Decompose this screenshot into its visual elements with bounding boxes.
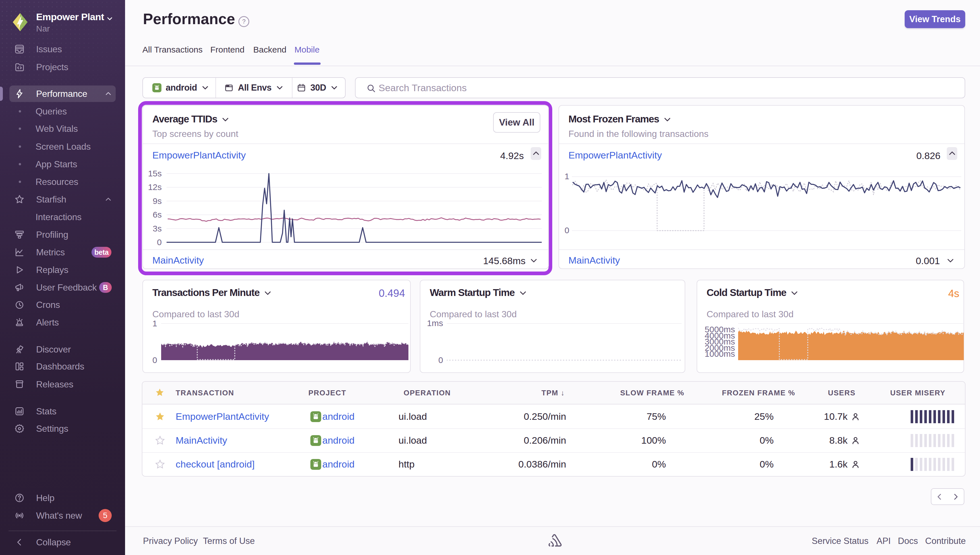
svg-text:?: ? <box>242 18 246 25</box>
